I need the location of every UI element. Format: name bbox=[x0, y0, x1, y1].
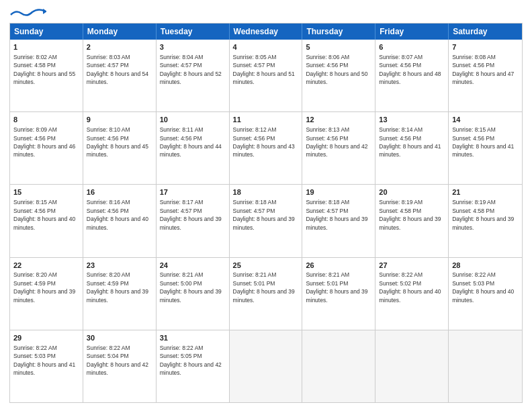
day-info: Sunrise: 8:18 AMSunset: 4:57 PMDaylight:… bbox=[306, 199, 367, 230]
day-info: Sunrise: 8:09 AMSunset: 4:56 PMDaylight:… bbox=[13, 126, 75, 158]
calendar-day-12: 12Sunrise: 8:13 AMSunset: 4:56 PMDayligh… bbox=[302, 112, 375, 184]
empty-cell bbox=[302, 330, 375, 402]
day-number: 1 bbox=[13, 42, 79, 52]
day-info: Sunrise: 8:16 AMSunset: 4:56 PMDaylight:… bbox=[87, 199, 148, 230]
day-number: 28 bbox=[452, 261, 519, 271]
day-info: Sunrise: 8:22 AMSunset: 5:02 PMDaylight:… bbox=[379, 271, 441, 303]
calendar-week-4: 22Sunrise: 8:20 AMSunset: 4:59 PMDayligh… bbox=[10, 257, 522, 330]
calendar-day-17: 17Sunrise: 8:17 AMSunset: 4:57 PMDayligh… bbox=[157, 185, 230, 257]
day-info: Sunrise: 8:21 AMSunset: 5:00 PMDaylight:… bbox=[160, 271, 222, 303]
day-number: 12 bbox=[306, 115, 371, 125]
calendar-day-28: 28Sunrise: 8:22 AMSunset: 5:03 PMDayligh… bbox=[449, 258, 522, 330]
header-day-saturday: Saturday bbox=[449, 24, 522, 40]
day-info: Sunrise: 8:21 AMSunset: 5:01 PMDaylight:… bbox=[233, 271, 295, 303]
calendar-day-4: 4Sunrise: 8:05 AMSunset: 4:57 PMDaylight… bbox=[230, 40, 303, 111]
day-info: Sunrise: 8:05 AMSunset: 4:57 PMDaylight:… bbox=[233, 54, 295, 85]
day-number: 4 bbox=[233, 42, 299, 52]
day-number: 24 bbox=[160, 261, 226, 271]
day-info: Sunrise: 8:07 AMSunset: 4:56 PMDaylight:… bbox=[379, 54, 441, 85]
day-info: Sunrise: 8:18 AMSunset: 4:57 PMDaylight:… bbox=[233, 199, 295, 230]
calendar-day-8: 8Sunrise: 8:09 AMSunset: 4:56 PMDaylight… bbox=[10, 112, 83, 184]
day-number: 3 bbox=[160, 42, 226, 52]
header-day-tuesday: Tuesday bbox=[157, 24, 230, 40]
day-info: Sunrise: 8:19 AMSunset: 4:58 PMDaylight:… bbox=[379, 199, 441, 230]
day-number: 15 bbox=[13, 187, 79, 197]
calendar-day-13: 13Sunrise: 8:14 AMSunset: 4:56 PMDayligh… bbox=[375, 112, 449, 184]
day-info: Sunrise: 8:12 AMSunset: 4:56 PMDaylight:… bbox=[233, 126, 295, 158]
day-number: 8 bbox=[13, 115, 79, 125]
page: SundayMondayTuesdayWednesdayThursdayFrid… bbox=[0, 0, 532, 411]
empty-cell bbox=[449, 330, 522, 402]
day-info: Sunrise: 8:22 AMSunset: 5:03 PMDaylight:… bbox=[452, 271, 514, 303]
day-info: Sunrise: 8:22 AMSunset: 5:04 PMDaylight:… bbox=[87, 345, 148, 376]
header-day-sunday: Sunday bbox=[10, 24, 83, 40]
calendar-day-20: 20Sunrise: 8:19 AMSunset: 4:58 PMDayligh… bbox=[375, 185, 449, 257]
day-number: 22 bbox=[13, 261, 79, 271]
header-day-wednesday: Wednesday bbox=[230, 24, 303, 40]
day-info: Sunrise: 8:22 AMSunset: 5:03 PMDaylight:… bbox=[13, 345, 75, 376]
day-info: Sunrise: 8:15 AMSunset: 4:56 PMDaylight:… bbox=[452, 126, 514, 158]
calendar-day-7: 7Sunrise: 8:08 AMSunset: 4:56 PMDaylight… bbox=[449, 40, 522, 111]
day-number: 6 bbox=[379, 42, 445, 52]
calendar-day-2: 2Sunrise: 8:03 AMSunset: 4:57 PMDaylight… bbox=[83, 40, 157, 111]
calendar-day-14: 14Sunrise: 8:15 AMSunset: 4:56 PMDayligh… bbox=[449, 112, 522, 184]
day-number: 23 bbox=[87, 261, 152, 271]
logo bbox=[9, 8, 46, 17]
day-info: Sunrise: 8:06 AMSunset: 4:56 PMDaylight:… bbox=[306, 54, 367, 85]
calendar-day-3: 3Sunrise: 8:04 AMSunset: 4:57 PMDaylight… bbox=[157, 40, 230, 111]
day-info: Sunrise: 8:17 AMSunset: 4:57 PMDaylight:… bbox=[160, 199, 222, 230]
calendar-day-18: 18Sunrise: 8:18 AMSunset: 4:57 PMDayligh… bbox=[230, 185, 303, 257]
day-info: Sunrise: 8:14 AMSunset: 4:56 PMDaylight:… bbox=[379, 126, 441, 158]
calendar-day-27: 27Sunrise: 8:22 AMSunset: 5:02 PMDayligh… bbox=[375, 258, 449, 330]
day-number: 18 bbox=[233, 187, 299, 197]
calendar-day-1: 1Sunrise: 8:02 AMSunset: 4:58 PMDaylight… bbox=[10, 40, 83, 111]
day-number: 17 bbox=[160, 187, 226, 197]
calendar: SundayMondayTuesdayWednesdayThursdayFrid… bbox=[9, 23, 523, 403]
calendar-day-26: 26Sunrise: 8:21 AMSunset: 5:01 PMDayligh… bbox=[302, 258, 375, 330]
day-number: 25 bbox=[233, 261, 299, 271]
day-number: 29 bbox=[13, 333, 79, 343]
day-number: 13 bbox=[379, 115, 445, 125]
day-number: 19 bbox=[306, 187, 371, 197]
day-number: 2 bbox=[87, 42, 152, 52]
calendar-day-22: 22Sunrise: 8:20 AMSunset: 4:59 PMDayligh… bbox=[10, 258, 83, 330]
calendar-day-29: 29Sunrise: 8:22 AMSunset: 5:03 PMDayligh… bbox=[10, 330, 83, 402]
calendar-header: SundayMondayTuesdayWednesdayThursdayFrid… bbox=[10, 24, 522, 40]
logo-wave-icon bbox=[9, 8, 46, 17]
day-info: Sunrise: 8:04 AMSunset: 4:57 PMDaylight:… bbox=[160, 54, 222, 85]
calendar-day-30: 30Sunrise: 8:22 AMSunset: 5:04 PMDayligh… bbox=[83, 330, 157, 402]
day-number: 26 bbox=[306, 261, 371, 271]
day-number: 20 bbox=[379, 187, 445, 197]
day-number: 30 bbox=[87, 333, 152, 343]
day-number: 31 bbox=[160, 333, 226, 343]
day-info: Sunrise: 8:03 AMSunset: 4:57 PMDaylight:… bbox=[87, 54, 148, 85]
empty-cell bbox=[375, 330, 449, 402]
day-number: 14 bbox=[452, 115, 519, 125]
calendar-day-19: 19Sunrise: 8:18 AMSunset: 4:57 PMDayligh… bbox=[302, 185, 375, 257]
day-number: 7 bbox=[452, 42, 519, 52]
calendar-week-2: 8Sunrise: 8:09 AMSunset: 4:56 PMDaylight… bbox=[10, 111, 522, 184]
day-info: Sunrise: 8:22 AMSunset: 5:05 PMDaylight:… bbox=[160, 345, 222, 376]
day-number: 11 bbox=[233, 115, 299, 125]
day-info: Sunrise: 8:20 AMSunset: 4:59 PMDaylight:… bbox=[13, 271, 75, 303]
header bbox=[9, 8, 523, 17]
header-day-friday: Friday bbox=[375, 24, 449, 40]
calendar-day-15: 15Sunrise: 8:15 AMSunset: 4:56 PMDayligh… bbox=[10, 185, 83, 257]
day-number: 9 bbox=[87, 115, 152, 125]
calendar-day-9: 9Sunrise: 8:10 AMSunset: 4:56 PMDaylight… bbox=[83, 112, 157, 184]
svg-marker-0 bbox=[43, 9, 46, 14]
calendar-day-31: 31Sunrise: 8:22 AMSunset: 5:05 PMDayligh… bbox=[157, 330, 230, 402]
day-info: Sunrise: 8:20 AMSunset: 4:59 PMDaylight:… bbox=[87, 271, 148, 303]
empty-cell bbox=[230, 330, 303, 402]
day-info: Sunrise: 8:08 AMSunset: 4:56 PMDaylight:… bbox=[452, 54, 514, 85]
calendar-day-24: 24Sunrise: 8:21 AMSunset: 5:00 PMDayligh… bbox=[157, 258, 230, 330]
day-info: Sunrise: 8:10 AMSunset: 4:56 PMDaylight:… bbox=[87, 126, 148, 158]
calendar-day-25: 25Sunrise: 8:21 AMSunset: 5:01 PMDayligh… bbox=[230, 258, 303, 330]
day-number: 5 bbox=[306, 42, 371, 52]
day-info: Sunrise: 8:19 AMSunset: 4:58 PMDaylight:… bbox=[452, 199, 514, 230]
day-info: Sunrise: 8:11 AMSunset: 4:56 PMDaylight:… bbox=[160, 126, 222, 158]
calendar-day-16: 16Sunrise: 8:16 AMSunset: 4:56 PMDayligh… bbox=[83, 185, 157, 257]
calendar-day-23: 23Sunrise: 8:20 AMSunset: 4:59 PMDayligh… bbox=[83, 258, 157, 330]
day-number: 21 bbox=[452, 187, 519, 197]
calendar-week-5: 29Sunrise: 8:22 AMSunset: 5:03 PMDayligh… bbox=[10, 330, 522, 402]
